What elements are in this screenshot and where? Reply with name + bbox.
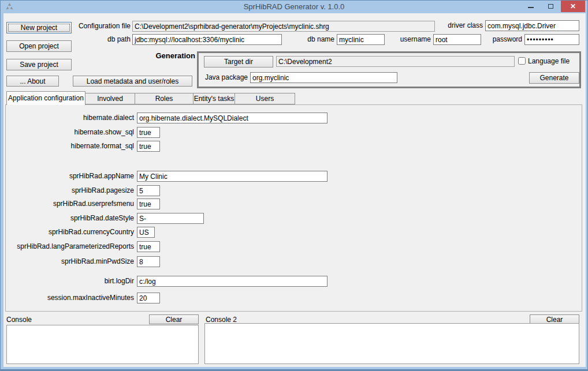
tab-entitys-tasks[interactable]: Entity's tasks xyxy=(193,93,235,104)
titlebar: SprHibRAD Generator v. 1.0.0 ✕ xyxy=(1,1,587,13)
tab-users-management[interactable]: Users management xyxy=(235,93,295,104)
form-row: sprHibRad.appName xyxy=(6,171,328,182)
load-metadata-button[interactable]: Load metadata and user/roles xyxy=(73,76,192,87)
form-row: sprHibRad.langParameterizedReports xyxy=(6,241,160,252)
sprhibrad-datestyle-field[interactable] xyxy=(137,213,204,224)
console2-output[interactable] xyxy=(204,323,579,364)
driver-class-field[interactable] xyxy=(485,20,579,31)
minimize-button[interactable] xyxy=(520,1,541,12)
driver-class-label: driver class xyxy=(440,20,483,31)
minimize-icon xyxy=(528,7,534,8)
hibernate-format-sql-label: hibernate.format_sql xyxy=(6,141,134,152)
session-maxinactiveminutes-label: session.maxInactiveMinutes xyxy=(6,293,134,303)
sprhibrad-currencycountry-label: sprHibRad.currencyCountry xyxy=(6,227,134,238)
db-name-label: db name xyxy=(298,34,334,45)
form-row: sprHibRad.minPwdSize xyxy=(6,256,160,267)
sprhibrad-minpwdsize-field[interactable] xyxy=(137,256,160,267)
form-row: sprHibRad.pagesize xyxy=(6,185,160,196)
application-configuration-panel: hibernate.dialect hibernate.show_sql hib… xyxy=(5,104,582,312)
db-path-label: db path xyxy=(90,34,131,45)
about-button[interactable]: ... About xyxy=(6,76,59,87)
form-row: session.maxInactiveMinutes xyxy=(6,293,160,303)
password-field[interactable] xyxy=(524,34,579,45)
maximize-button[interactable] xyxy=(541,1,561,12)
hibernate-show-sql-label: hibernate.show_sql xyxy=(6,127,134,138)
save-project-button[interactable]: Save project xyxy=(6,59,72,70)
generation-section-label: Generation xyxy=(133,51,195,60)
window-title: SprHibRAD Generator v. 1.0.0 xyxy=(1,2,587,11)
form-row: sprHibRad.dateStyle xyxy=(6,213,204,224)
username-field[interactable] xyxy=(433,34,481,45)
tab-application-configuration[interactable]: Application configuration xyxy=(6,91,85,105)
java-package-label: Java package xyxy=(202,72,248,83)
form-row: sprHibRad.userprefsmenu xyxy=(6,198,160,209)
sprhibrad-pagesize-field[interactable] xyxy=(137,185,160,196)
hibernate-format-sql-field[interactable] xyxy=(137,141,160,152)
db-name-field[interactable] xyxy=(337,34,385,45)
tab-involved-entities[interactable]: Involved entities xyxy=(85,93,135,104)
target-dir-button[interactable]: Target dir xyxy=(204,56,273,68)
form-row: hibernate.dialect xyxy=(6,113,328,123)
hibernate-show-sql-field[interactable] xyxy=(137,127,160,138)
language-file-checkbox[interactable] xyxy=(518,57,526,65)
sprhibrad-langparameterizedreports-field[interactable] xyxy=(137,241,160,252)
sprhibrad-currencycountry-field[interactable] xyxy=(137,227,155,238)
session-maxinactiveminutes-field[interactable] xyxy=(137,293,160,303)
db-path-field[interactable] xyxy=(132,34,282,45)
console-label: Console xyxy=(6,314,41,325)
form-row: sprHibRad.currencyCountry xyxy=(6,227,155,238)
window-controls: ✕ xyxy=(520,1,585,12)
app-window: SprHibRAD Generator v. 1.0.0 ✕ New proje… xyxy=(0,0,588,371)
target-dir-field[interactable] xyxy=(276,56,515,67)
maximize-icon xyxy=(548,4,553,9)
close-button[interactable]: ✕ xyxy=(561,1,585,12)
birt-logdir-field[interactable] xyxy=(137,276,328,287)
console-clear-button[interactable]: Clear xyxy=(149,314,199,324)
generate-button[interactable]: Generate xyxy=(529,72,579,84)
sprhibrad-userprefsmenu-label: sprHibRad.userprefsmenu xyxy=(6,198,134,209)
username-label: username xyxy=(395,34,431,45)
sprhibrad-appname-field[interactable] xyxy=(137,171,328,182)
form-row: hibernate.format_sql xyxy=(6,141,160,152)
hibernate-dialect-field[interactable] xyxy=(137,113,328,123)
form-row: hibernate.show_sql xyxy=(6,127,160,138)
language-file-label: Language file xyxy=(528,57,570,65)
configuration-file-label: Configuration file xyxy=(58,21,131,32)
hibernate-dialect-label: hibernate.dialect xyxy=(6,113,134,123)
sprhibrad-minpwdsize-label: sprHibRad.minPwdSize xyxy=(6,256,134,267)
configuration-file-field[interactable] xyxy=(132,21,435,32)
password-label: password xyxy=(486,34,522,45)
sprhibrad-userprefsmenu-field[interactable] xyxy=(137,198,160,209)
tab-roles-management[interactable]: Roles management xyxy=(135,93,193,104)
console-output[interactable] xyxy=(6,325,199,364)
java-package-field[interactable] xyxy=(250,72,397,83)
form-row: birt.logDir xyxy=(6,276,328,287)
sprhibrad-appname-label: sprHibRad.appName xyxy=(6,171,134,182)
sprhibrad-langparameterizedreports-label: sprHibRad.langParameterizedReports xyxy=(6,241,134,252)
birt-logdir-label: birt.logDir xyxy=(6,276,134,287)
open-project-button[interactable]: Open project xyxy=(6,40,72,52)
sprhibrad-datestyle-label: sprHibRad.dateStyle xyxy=(6,213,134,224)
sprhibrad-pagesize-label: sprHibRad.pagesize xyxy=(6,185,134,196)
